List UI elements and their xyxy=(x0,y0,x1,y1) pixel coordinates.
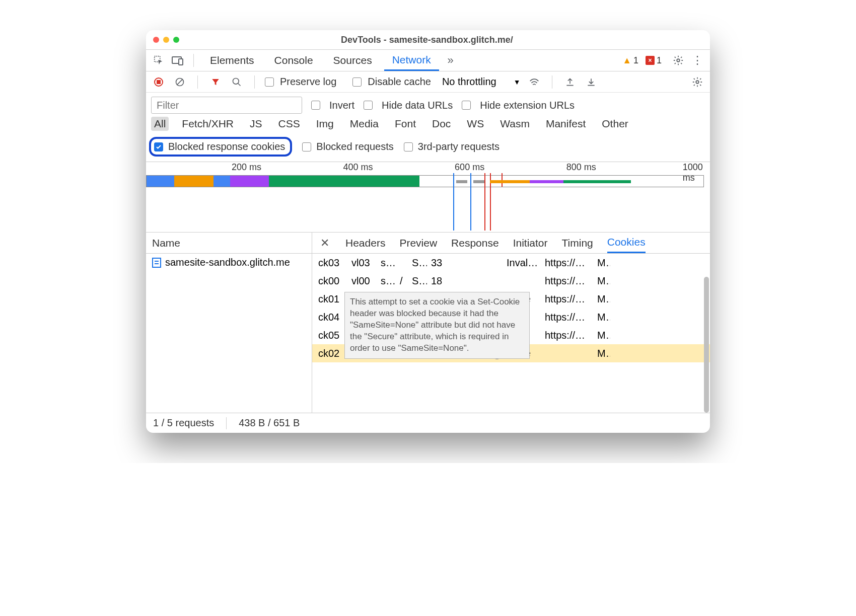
request-grid: Name samesite-sandbox.glitch.me ✕ Header… xyxy=(146,233,710,413)
third-party-label: 3rd-party requests xyxy=(418,141,500,152)
subtab-preview[interactable]: Preview xyxy=(399,237,437,249)
close-button[interactable] xyxy=(153,37,159,43)
download-har-icon[interactable] xyxy=(584,74,599,90)
detail-tabs: ✕ Headers Preview Response Initiator Tim… xyxy=(312,233,710,254)
warnings-count: 1 xyxy=(633,55,638,66)
tab-sources[interactable]: Sources xyxy=(325,50,380,71)
invert-label: Invert xyxy=(329,100,354,111)
svg-point-6 xyxy=(233,78,239,84)
device-toolbar-icon[interactable] xyxy=(170,53,185,68)
timeline-tick: 200 ms xyxy=(232,162,261,173)
cookie-blocked-tooltip: This attempt to set a cookie via a Set-C… xyxy=(344,292,530,359)
request-row[interactable]: samesite-sandbox.glitch.me xyxy=(146,254,312,271)
type-img[interactable]: Img xyxy=(313,117,337,131)
type-js[interactable]: JS xyxy=(247,117,265,131)
throttling-select[interactable]: No throttling ▼ xyxy=(442,76,521,88)
network-conditions-icon[interactable] xyxy=(527,74,542,90)
error-icon: × xyxy=(646,56,655,65)
svg-line-5 xyxy=(177,79,183,85)
blocked-response-cookies-checkbox[interactable] xyxy=(154,142,163,151)
filter-row: Invert Hide data URLs Hide extension URL… xyxy=(146,93,710,115)
blocked-requests-label: Blocked requests xyxy=(316,141,393,152)
network-settings-icon[interactable] xyxy=(690,74,705,90)
blocked-filters-row: Blocked response cookies Blocked request… xyxy=(146,133,710,162)
overview-timeline[interactable]: 200 ms 400 ms 600 ms 800 ms 1000 ms xyxy=(146,162,710,233)
errors-count: 1 xyxy=(657,55,662,66)
hide-ext-urls-label: Hide extension URLs xyxy=(480,100,575,111)
settings-icon[interactable] xyxy=(671,53,686,68)
window-controls xyxy=(153,37,179,43)
subtab-timing[interactable]: Timing xyxy=(562,237,593,249)
hide-data-urls-label: Hide data URLs xyxy=(382,100,453,111)
type-all[interactable]: All xyxy=(151,117,169,131)
status-bar: 1 / 5 requests 438 B / 651 B xyxy=(146,413,710,433)
request-name: samesite-sandbox.glitch.me xyxy=(165,257,290,268)
type-fetch-xhr[interactable]: Fetch/XHR xyxy=(179,117,237,131)
clear-button[interactable] xyxy=(172,74,187,90)
svg-point-3 xyxy=(677,59,680,62)
titlebar: DevTools - samesite-sandbox.glitch.me/ xyxy=(146,30,710,49)
tab-network[interactable]: Network xyxy=(384,50,439,71)
maximize-button[interactable] xyxy=(173,37,179,43)
request-detail-column: ✕ Headers Preview Response Initiator Tim… xyxy=(312,233,710,413)
upload-har-icon[interactable] xyxy=(562,74,578,90)
timeline-tick: 800 ms xyxy=(566,162,596,173)
type-manifest[interactable]: Manifest xyxy=(543,117,589,131)
preserve-log-label: Preserve log xyxy=(280,76,336,88)
subtab-headers[interactable]: Headers xyxy=(345,237,385,249)
hide-data-urls-checkbox[interactable] xyxy=(364,101,373,110)
timeline-tick: 400 ms xyxy=(343,162,373,173)
blocked-requests-checkbox[interactable] xyxy=(302,142,311,151)
cookie-row[interactable]: ck00vl00s…/S…18https://…M. xyxy=(312,272,710,290)
cookie-row[interactable]: ck03vl03s…S…33InvalidVa…https://…M. xyxy=(312,254,710,272)
warnings-badge[interactable]: ▲ 1 xyxy=(622,55,638,66)
document-icon xyxy=(152,258,161,268)
window-title: DevTools - samesite-sandbox.glitch.me/ xyxy=(186,35,703,45)
invert-checkbox[interactable] xyxy=(311,101,320,110)
hide-ext-urls-checkbox[interactable] xyxy=(462,101,471,110)
blocked-response-cookies-highlight: Blocked response cookies xyxy=(149,137,292,157)
type-css[interactable]: CSS xyxy=(275,117,303,131)
type-font[interactable]: Font xyxy=(392,117,419,131)
type-doc[interactable]: Doc xyxy=(429,117,454,131)
request-list-column: Name samesite-sandbox.glitch.me xyxy=(146,233,312,413)
status-requests: 1 / 5 requests xyxy=(153,417,214,429)
subtab-initiator[interactable]: Initiator xyxy=(513,237,548,249)
svg-line-7 xyxy=(238,83,241,86)
column-header-name[interactable]: Name xyxy=(146,233,312,254)
filter-toggle-icon[interactable] xyxy=(208,74,223,90)
status-transfer: 438 B / 651 B xyxy=(239,417,300,429)
subtab-cookies[interactable]: Cookies xyxy=(607,233,646,253)
errors-badge[interactable]: × 1 xyxy=(646,55,662,66)
type-ws[interactable]: WS xyxy=(464,117,487,131)
filter-input[interactable] xyxy=(151,97,302,114)
devtools-window: DevTools - samesite-sandbox.glitch.me/ E… xyxy=(146,30,710,433)
kebab-menu-icon[interactable]: ⋮ xyxy=(690,53,705,68)
warning-icon: ▲ xyxy=(622,55,631,66)
close-panel-button[interactable]: ✕ xyxy=(320,237,329,250)
disable-cache-checkbox[interactable] xyxy=(352,78,362,87)
type-media[interactable]: Media xyxy=(347,117,382,131)
tab-console[interactable]: Console xyxy=(266,50,321,71)
tab-elements[interactable]: Elements xyxy=(202,50,262,71)
minimize-button[interactable] xyxy=(163,37,169,43)
preserve-log-checkbox[interactable] xyxy=(265,78,274,87)
type-other[interactable]: Other xyxy=(599,117,631,131)
main-tab-bar: Elements Console Sources Network » ▲ 1 ×… xyxy=(146,49,710,71)
type-wasm[interactable]: Wasm xyxy=(497,117,533,131)
chevron-down-icon: ▼ xyxy=(514,78,521,86)
throttling-value: No throttling xyxy=(442,76,496,88)
inspect-element-icon[interactable] xyxy=(151,53,166,68)
svg-point-8 xyxy=(696,81,699,84)
subtab-response[interactable]: Response xyxy=(451,237,499,249)
third-party-checkbox[interactable] xyxy=(404,142,413,151)
disable-cache-label: Disable cache xyxy=(368,76,431,88)
blocked-response-cookies-label: Blocked response cookies xyxy=(168,141,285,152)
record-button[interactable] xyxy=(151,74,166,90)
cookies-table: ck03vl03s…S…33InvalidVa…https://…M.ck00v… xyxy=(312,254,710,413)
network-toolbar: Preserve log Disable cache No throttling… xyxy=(146,71,710,93)
search-icon[interactable] xyxy=(229,74,244,90)
more-tabs-icon[interactable]: » xyxy=(443,53,458,68)
vertical-scrollbar[interactable] xyxy=(704,277,709,413)
timeline-tick: 600 ms xyxy=(455,162,484,173)
